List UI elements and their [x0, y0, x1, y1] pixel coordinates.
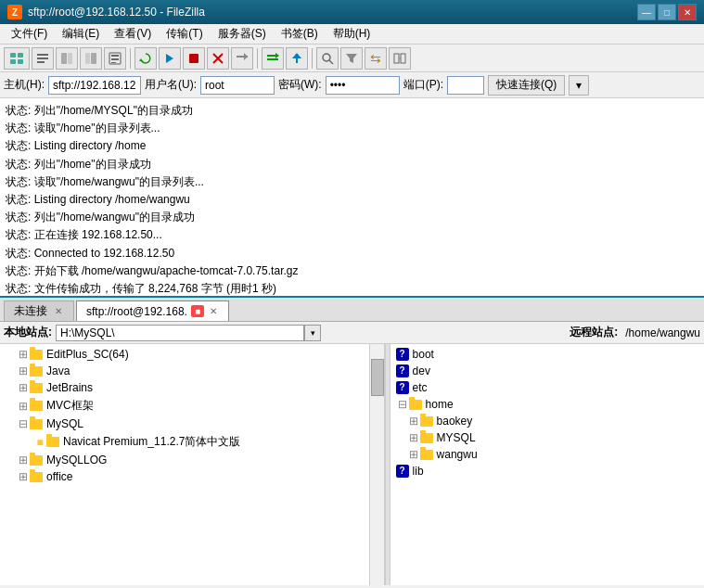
remote-file-scroll[interactable]: ? boot ? dev ? etc ⊟ home: [390, 344, 704, 585]
search-button[interactable]: [316, 47, 339, 70]
file-name: office: [46, 470, 72, 483]
svg-rect-8: [68, 53, 72, 64]
file-name: Navicat Premium_11.2.7简体中文版: [63, 434, 240, 450]
toggle-transfer-queue-button[interactable]: [104, 47, 126, 70]
process-queue-button[interactable]: [159, 47, 181, 70]
list-item[interactable]: ⊟ MySQL: [0, 415, 384, 432]
list-item[interactable]: ⊞ office: [0, 468, 384, 485]
expand-icon[interactable]: ⊟: [396, 398, 409, 411]
list-item[interactable]: ⊞ Java: [0, 363, 384, 379]
log-line: 状态: Connected to 192.168.12.50: [6, 245, 698, 262]
reconnect-button[interactable]: [231, 47, 253, 70]
list-item[interactable]: ? lib: [390, 463, 704, 479]
pass-label: 密码(W):: [278, 77, 322, 93]
svg-rect-23: [267, 58, 278, 60]
expand-icon[interactable]: ■: [33, 436, 46, 449]
svg-marker-25: [292, 53, 301, 58]
expand-icon[interactable]: ⊟: [17, 417, 30, 430]
expand-icon[interactable]: ⊞: [17, 381, 30, 394]
tab-disconnected[interactable]: 未连接 ✕: [4, 300, 74, 321]
list-item[interactable]: ? dev: [390, 363, 704, 379]
tab-sftp[interactable]: sftp://root@192.168. ■ ✕: [76, 300, 229, 321]
local-scrollbar[interactable]: [369, 344, 384, 585]
user-label: 用户名(U):: [145, 77, 197, 93]
local-panel-label: 本地站点:: [4, 325, 52, 340]
file-compare-button[interactable]: [389, 47, 411, 70]
file-name: MySQLLOG: [46, 454, 107, 467]
disconnect-button[interactable]: [207, 47, 229, 70]
list-item[interactable]: ■ Navicat Premium_11.2.7简体中文版: [0, 432, 384, 452]
expand-icon[interactable]: ⊞: [407, 448, 420, 461]
site-manager-button[interactable]: [4, 47, 30, 70]
menu-server[interactable]: 服务器(S): [211, 24, 274, 44]
user-input[interactable]: [200, 76, 275, 95]
menu-transfer[interactable]: 传输(T): [159, 24, 210, 44]
local-scroll-thumb[interactable]: [371, 359, 384, 396]
connect-dropdown-button[interactable]: ▾: [569, 75, 589, 96]
file-name: lib: [413, 465, 424, 478]
quick-connect-button[interactable]: 快速连接(Q): [488, 75, 565, 96]
close-button[interactable]: ✕: [678, 4, 697, 20]
menu-help[interactable]: 帮助(H): [326, 24, 378, 44]
list-item[interactable]: ? etc: [390, 379, 704, 396]
log-line: 状态: Listing directory /home: [6, 137, 698, 155]
menu-bookmark[interactable]: 书签(B): [274, 24, 326, 44]
expand-icon[interactable]: ⊞: [17, 470, 30, 483]
toggle-local-tree-button[interactable]: [56, 47, 78, 70]
log-line: 状态: 文件传输成功，传输了 8,224,768 字节 (用时1 秒): [6, 280, 698, 298]
svg-rect-4: [37, 54, 48, 56]
list-item[interactable]: ⊞ JetBrains: [0, 379, 384, 396]
svg-rect-10: [91, 53, 96, 64]
file-name: MYSQL: [437, 431, 476, 444]
host-input[interactable]: [48, 76, 141, 95]
remote-path-value: /home/wangwu: [625, 326, 700, 339]
title-bar: Z sftp://root@192.168.12.50 - FileZilla …: [0, 0, 704, 24]
log-line: 状态: 列出"/home/wangwu"的目录成功: [6, 209, 698, 226]
transfer-settings-button[interactable]: [262, 47, 284, 70]
sync-browsing-button[interactable]: ⇆: [365, 47, 387, 70]
port-input[interactable]: [447, 76, 484, 95]
list-item[interactable]: ⊞ EditPlus_SC(64): [0, 346, 384, 363]
local-file-scroll[interactable]: ⊞ EditPlus_SC(64) ⊞ Java ⊞ JetBrains: [0, 344, 384, 585]
list-item[interactable]: ⊞ MYSQL: [390, 429, 704, 446]
list-item[interactable]: ⊞ MVC框架: [0, 396, 384, 415]
svg-marker-15: [139, 58, 143, 61]
expand-icon[interactable]: ⊞: [17, 364, 30, 377]
expand-icon[interactable]: ⊞: [407, 431, 420, 444]
local-path-dropdown[interactable]: ▾: [304, 325, 321, 341]
file-name: baokey: [437, 415, 473, 428]
svg-marker-16: [166, 54, 173, 63]
toggle-message-log-button[interactable]: [32, 47, 54, 70]
expand-icon[interactable]: ⊞: [17, 400, 30, 413]
expand-icon[interactable]: ⊞: [17, 348, 30, 361]
maximize-button[interactable]: □: [658, 4, 676, 20]
refresh-button[interactable]: [134, 47, 157, 70]
file-name: dev: [413, 364, 430, 377]
minimize-button[interactable]: —: [637, 4, 656, 20]
list-item[interactable]: ⊞ baokey: [390, 413, 704, 429]
list-item[interactable]: ⊟ home: [390, 396, 704, 413]
local-path-input[interactable]: [56, 325, 304, 341]
svg-line-28: [329, 60, 333, 64]
menu-file[interactable]: 文件(F): [4, 24, 55, 44]
list-item[interactable]: ⊞ wangwu: [390, 446, 704, 463]
tab-close-button[interactable]: ✕: [208, 306, 219, 316]
expand-icon[interactable]: ⊞: [407, 415, 420, 428]
menu-edit[interactable]: 编辑(E): [55, 24, 107, 44]
upload-button[interactable]: [286, 47, 308, 70]
svg-rect-1: [18, 53, 23, 58]
log-line: 状态: 正在连接 192.168.12.50...: [6, 226, 698, 244]
toggle-remote-tree-button[interactable]: [80, 47, 102, 70]
local-file-list: ⊞ EditPlus_SC(64) ⊞ Java ⊞ JetBrains: [0, 344, 384, 487]
folder-icon: [30, 401, 43, 411]
log-area: 状态: 列出"/home/MYSQL"的目录成功 状态: 读取"/home"的目…: [0, 98, 704, 298]
tab-close-button[interactable]: ✕: [53, 306, 64, 316]
file-name: home: [426, 398, 454, 411]
expand-icon[interactable]: ⊞: [17, 454, 30, 467]
stop-button[interactable]: [183, 47, 205, 70]
menu-view[interactable]: 查看(V): [107, 24, 159, 44]
filter-button[interactable]: [340, 47, 363, 70]
list-item[interactable]: ⊞ MySQLLOG: [0, 452, 384, 468]
pass-input[interactable]: [326, 76, 400, 95]
list-item[interactable]: ? boot: [390, 346, 704, 363]
